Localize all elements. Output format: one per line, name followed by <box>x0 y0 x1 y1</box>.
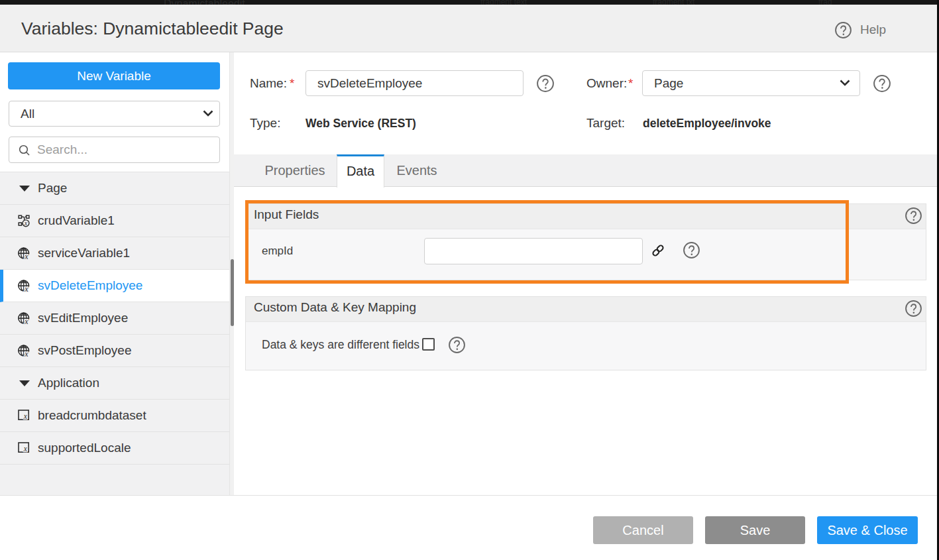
svg-text:x: x <box>24 219 28 227</box>
svg-text:x: x <box>23 445 28 453</box>
svg-text:x: x <box>23 412 28 420</box>
